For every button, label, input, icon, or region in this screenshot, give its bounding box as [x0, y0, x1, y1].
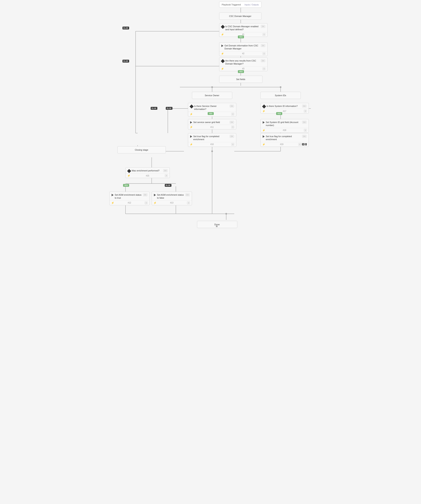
- trigger-label: Playbook Triggered: [222, 3, 241, 6]
- was-enrichment-num: #15: [146, 175, 149, 177]
- set-system-id-node[interactable]: Set System ID grid field (Account number…: [260, 119, 309, 133]
- get-domain-d4: D4: [261, 44, 265, 47]
- set-service-owner-label: Set service owner grid field: [193, 121, 220, 124]
- set-true-flag19-node[interactable]: Set true flag for completed enrichment D…: [260, 133, 309, 147]
- set-true-flag10-label: Set true flag for completed enrichment: [193, 135, 228, 141]
- trigger-node[interactable]: Playbook Triggered Inputs / Outputs: [219, 2, 262, 8]
- diamond-icon-15: [127, 169, 131, 173]
- condition1-ii: II: [263, 33, 265, 36]
- was-enrichment-ii: II: [165, 174, 168, 177]
- set-asm-false-label: Set ASM enrichment status to false: [157, 193, 184, 200]
- yes-badge-1: YES: [238, 36, 244, 38]
- get-domain-node[interactable]: Get Domain information from CSC Domain M…: [219, 42, 268, 56]
- diamond-icon-3: [221, 59, 225, 63]
- svg-point-47: [280, 86, 281, 88]
- diamond-icon-17: [262, 104, 266, 108]
- trigger-link[interactable]: Inputs / Outputs: [245, 4, 259, 6]
- get-domain-label: Get Domain information from CSC Domain M…: [225, 44, 260, 50]
- else-badge-3: ELSE: [123, 60, 129, 63]
- condition3-num: #3: [242, 68, 244, 70]
- bolt-icon-15: ⚡: [127, 174, 130, 177]
- bolt-icon-19: ⚡: [262, 143, 265, 146]
- set-service-owner-ii: II: [231, 126, 234, 128]
- set-service-owner-num: #11: [210, 126, 214, 128]
- bolt-icon-2: ⚡: [221, 52, 224, 55]
- condition17-d4: D4: [302, 105, 307, 108]
- flag10-ii: II: [231, 143, 234, 146]
- was-enrichment-d4: D4: [163, 169, 168, 172]
- action-icon-12: [111, 194, 114, 196]
- action-icon-19: [263, 135, 265, 138]
- condition3-node[interactable]: Are there any results from CSC Domain Ma…: [219, 57, 268, 71]
- was-enrichment-label: Was enrichment performed?: [132, 169, 159, 172]
- set-asm-false-d4: D4: [185, 193, 190, 196]
- set-true-flag10-node[interactable]: Set true flag for completed enrichment D…: [188, 133, 236, 147]
- set-system-id-num: #18: [283, 129, 286, 131]
- bolt-icon-13: ⚡: [153, 201, 157, 204]
- set-service-owner-node[interactable]: Set service owner grid field D4 ⚡ #11 II: [188, 119, 236, 129]
- yes-badge-9: YES: [208, 112, 214, 115]
- set-fields-node[interactable]: Set fields: [219, 76, 263, 83]
- svg-point-52: [225, 213, 227, 215]
- else-badge-15: ELSE: [165, 184, 172, 187]
- condition3-label: Are there any results from CSC Domain Ma…: [225, 59, 260, 66]
- csc-domain-manager-label: CSC Domain Manager: [229, 15, 251, 17]
- condition17-node[interactable]: Is there System ID information? D4 ⚡ #17…: [260, 103, 309, 114]
- set-system-id-d4: D4: [302, 121, 307, 124]
- service-owner-label: Service Owner: [205, 94, 219, 97]
- bolt-icon-10: ⚡: [190, 143, 193, 146]
- action-icon-13: [154, 194, 156, 196]
- condition1-label: Is CSC Domain Manager enabled and Input …: [225, 25, 260, 31]
- system-ids-label: System IDs: [275, 94, 286, 97]
- set-asm-false-ii: II: [187, 201, 190, 204]
- condition1-d4: D4: [261, 25, 265, 28]
- set-system-id-ii: II: [304, 129, 307, 132]
- action-icon-10: [190, 135, 192, 138]
- else-badge-9b: ELSE: [166, 107, 173, 110]
- yes-badge-15: YES: [123, 184, 129, 187]
- set-fields-label: Set fields: [236, 78, 245, 80]
- bolt-icon-3: ⚡: [221, 67, 224, 70]
- bolt-icon: ⚡: [221, 33, 224, 36]
- set-asm-true-num: #12: [128, 202, 131, 204]
- condition17-label: Is there System ID information?: [267, 105, 298, 108]
- workflow-canvas: Playbook Triggered Inputs / Outputs CSC …: [105, 0, 316, 252]
- condition3-d4: D4: [261, 59, 265, 62]
- condition17-num: #17: [283, 110, 286, 112]
- else-badge-1: ELSE: [123, 27, 129, 30]
- flag19-icon2: ▪: [305, 143, 307, 145]
- condition9-label: Is there Service Owner information?: [194, 105, 228, 111]
- was-enrichment-node[interactable]: Was enrichment performed? D4 ⚡ #15 II: [125, 167, 170, 178]
- yes-badge-17: YES: [276, 112, 282, 115]
- set-asm-true-node[interactable]: Set ASM enrichment status to true D4 ⚡ #…: [109, 192, 150, 205]
- closing-stage-node[interactable]: Closing stage: [117, 146, 166, 153]
- get-domain-num: #2: [242, 52, 244, 55]
- system-ids-node[interactable]: System IDs: [260, 92, 301, 99]
- flag19-num: #19: [280, 143, 283, 145]
- condition3-ii: II: [263, 67, 265, 70]
- flag19-d4: D4: [302, 135, 307, 138]
- closing-stage-label: Closing stage: [135, 149, 148, 151]
- set-service-owner-d4: D4: [230, 121, 234, 124]
- condition1-node[interactable]: Is CSC Domain Manager enabled and Input …: [219, 23, 268, 37]
- bolt-icon-9: ⚡: [190, 113, 193, 116]
- condition9-d4: D4: [230, 105, 234, 108]
- condition1-num: #1: [242, 33, 244, 36]
- flag19-ii: II: [298, 143, 301, 146]
- done-bottom-dot: [216, 225, 217, 227]
- condition9-ii: II: [231, 113, 234, 116]
- set-asm-true-label: Set ASM enrichment status to true: [115, 193, 142, 200]
- bolt-icon-18: ⚡: [262, 129, 265, 132]
- service-owner-node[interactable]: Service Owner: [192, 92, 232, 99]
- svg-point-51: [211, 150, 213, 152]
- yes-badge-3: YES: [238, 70, 244, 73]
- set-asm-true-ii: II: [145, 201, 148, 204]
- flag10-num: #10: [210, 143, 214, 145]
- set-asm-false-node[interactable]: Set ASM enrichment status to false D4 ⚡ …: [152, 192, 192, 205]
- set-true-flag19-label: Set true flag for completed enrichment: [266, 135, 301, 141]
- csc-domain-manager-node[interactable]: CSC Domain Manager: [219, 12, 262, 20]
- else-badge-9a: ELSE: [151, 107, 158, 110]
- condition-icon: [221, 25, 225, 29]
- action-icon-11: [190, 121, 192, 124]
- bolt-icon-12: ⚡: [111, 201, 114, 204]
